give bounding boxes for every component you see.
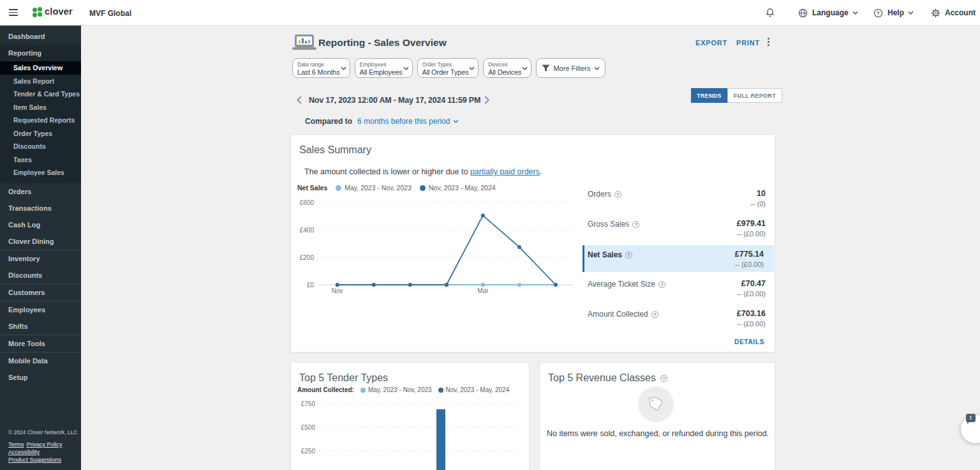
sidebar-item-dashboard[interactable]: Dashboard <box>0 28 81 45</box>
sales-summary-title: Sales Summary <box>299 144 371 156</box>
top-bar: clover MVF Global Language ? Help <box>0 0 980 26</box>
sidebar-item-clover-dining[interactable]: Clover Dining <box>0 233 81 250</box>
legend-label: May, 2023 - Nov, 2023 <box>345 184 412 192</box>
filter-label: Date range <box>297 61 340 68</box>
metric-orders[interactable]: Orders ?10-- (0) <box>578 189 776 217</box>
product-suggestions-link[interactable]: Product Suggestions <box>8 457 61 463</box>
prev-period-chevron[interactable] <box>296 96 302 104</box>
help-tooltip-icon[interactable]: ? <box>632 221 639 228</box>
sidebar-item-sales-report[interactable]: Sales Report <box>0 75 81 88</box>
help-tooltip-icon[interactable]: ? <box>625 252 632 259</box>
main-content: Reporting - Sales Overview EXPORT PRINT … <box>81 26 980 470</box>
metric-gross-sales[interactable]: Gross Sales ?£979.41-- (£0.00) <box>578 219 776 247</box>
filter-employees[interactable]: EmployeesAll Employees <box>355 58 413 78</box>
sidebar-nav: DashboardReportingSales OverviewSales Re… <box>0 26 81 386</box>
filter-date-range[interactable]: Date rangeLast 6 Months <box>292 58 350 78</box>
sidebar-item-cash-log[interactable]: Cash Log <box>0 216 81 233</box>
gear-icon <box>930 8 941 19</box>
legend-entry-curr: Nov, 2023 - May, 2024 <box>438 386 510 393</box>
trends-tab[interactable]: TRENDS <box>691 88 727 103</box>
sidebar-item-sales-overview[interactable]: Sales Overview <box>0 61 81 75</box>
sidebar: DashboardReportingSales OverviewSales Re… <box>0 26 81 470</box>
sidebar-item-employees[interactable]: Employees <box>0 301 81 318</box>
details-link[interactable]: DETAILS <box>734 338 764 345</box>
full-report-tab[interactable]: FULL REPORT <box>727 88 782 103</box>
terms-link[interactable]: Terms <box>8 441 24 448</box>
legend-entry-prev: May, 2023 - Nov, 2023 <box>360 386 432 393</box>
print-button[interactable]: PRINT <box>736 39 760 47</box>
more-options-icon[interactable] <box>764 38 773 47</box>
revenue-classes-card: Top 5 Revenue Classes ? No items were so… <box>539 362 775 470</box>
sidebar-item-tender-card-types[interactable]: Tender & Card Types <box>0 87 81 101</box>
feedback-bubble-icon: ! <box>966 414 976 422</box>
date-range-text: Nov 17, 2023 12:00 AM - May 17, 2024 11:… <box>309 96 480 105</box>
sidebar-item-inventory[interactable]: Inventory <box>0 250 81 267</box>
reporting-icon <box>292 34 316 51</box>
svg-text:£250: £250 <box>301 448 316 455</box>
chevron-down-icon <box>469 66 475 70</box>
legend-series-name: Amount Collected: <box>297 386 354 393</box>
sidebar-item-shifts[interactable]: Shifts <box>0 318 81 335</box>
sidebar-item-transactions[interactable]: Transactions <box>0 200 81 216</box>
revenue-classes-title: Top 5 Revenue Classes ? <box>548 372 667 384</box>
metric-value: 10 <box>757 189 766 198</box>
metric-comparison: -- (£0.00) <box>737 320 766 328</box>
sidebar-item-customers[interactable]: Customers <box>0 284 81 301</box>
clover-logo[interactable]: clover <box>33 6 73 17</box>
legend-entry-prev: May, 2023 - Nov, 2023 <box>336 184 412 192</box>
legend-dot <box>438 388 443 393</box>
filter-label: Employees <box>360 61 403 68</box>
sidebar-item-requested-reports[interactable]: Requested Reports <box>0 114 81 127</box>
sales-summary-note: The amount collected is lower or higher … <box>304 167 542 176</box>
filter-order-types[interactable]: Order TypesAll Order Types <box>417 58 479 78</box>
compared-to-select[interactable]: 6 months before this period <box>357 117 459 126</box>
chevron-down-icon <box>908 11 914 15</box>
help-tooltip-icon[interactable]: ? <box>658 281 665 288</box>
filter-devices[interactable]: DevicesAll Devices <box>483 58 531 78</box>
help-tooltip-icon[interactable]: ? <box>614 191 621 198</box>
metric-value: £703.16 <box>737 309 766 318</box>
filter-value: All Devices <box>488 68 521 76</box>
sidebar-item-item-sales[interactable]: Item Sales <box>0 101 81 114</box>
notifications-bell-icon[interactable] <box>764 6 776 22</box>
metric-label: Average Ticket Size ? <box>588 280 665 289</box>
account-menu[interactable]: Account <box>930 0 980 26</box>
metric-average-ticket-size[interactable]: Average Ticket Size ?£70.47-- (£0.00) <box>578 279 776 307</box>
language-menu[interactable]: Language <box>798 0 858 26</box>
chevron-down-icon <box>341 66 346 70</box>
clover-logo-text: clover <box>45 6 73 17</box>
svg-text:£0: £0 <box>307 282 315 289</box>
help-label: Help <box>887 8 904 17</box>
sidebar-item-orders[interactable]: Orders <box>0 183 81 200</box>
help-tooltip-icon[interactable]: ? <box>651 311 658 318</box>
chevron-down-icon <box>403 66 409 70</box>
filter-value: All Order Types <box>422 68 469 76</box>
hamburger-menu-icon[interactable] <box>9 9 18 16</box>
metric-net-sales[interactable]: Net Sales ?£775.14-- (£0.00) <box>583 245 774 272</box>
sidebar-item-discounts[interactable]: Discounts <box>0 140 81 153</box>
accessibility-link[interactable]: Accessibility <box>8 449 40 455</box>
partially-paid-orders-link[interactable]: partially paid orders <box>470 167 540 176</box>
sidebar-item-more-tools[interactable]: More Tools <box>0 335 81 352</box>
tender-types-title: Top 5 Tender Types <box>299 372 388 384</box>
sidebar-item-taxes[interactable]: Taxes <box>0 153 81 167</box>
sidebar-item-employee-sales[interactable]: Employee Sales <box>0 166 81 183</box>
sidebar-item-setup[interactable]: Setup <box>0 369 81 386</box>
more-filters-button[interactable]: More Filters <box>536 58 605 78</box>
empty-state-circle <box>638 386 674 422</box>
metric-amount-collected[interactable]: Amount Collected ?£703.16-- (£0.00) <box>578 309 776 337</box>
next-period-chevron[interactable] <box>484 96 490 104</box>
help-menu[interactable]: ? Help <box>873 0 914 26</box>
sidebar-item-discounts[interactable]: Discounts <box>0 267 81 284</box>
sidebar-item-mobile-data[interactable]: Mobile Data <box>0 352 81 369</box>
sidebar-item-order-types[interactable]: Order Types <box>0 127 81 140</box>
legend-label: Nov, 2023 - May, 2024 <box>446 386 510 393</box>
export-button[interactable]: EXPORT <box>695 39 727 47</box>
privacy-policy-link[interactable]: Privacy Policy <box>27 441 63 448</box>
metric-value: £70.47 <box>741 279 766 288</box>
metric-comparison: -- (£0.00) <box>737 230 766 238</box>
tag-icon <box>644 393 667 416</box>
help-tooltip-icon[interactable]: ? <box>660 375 667 382</box>
sidebar-item-reporting[interactable]: Reporting <box>0 45 81 61</box>
legend-label: May, 2023 - Nov, 2023 <box>368 386 432 393</box>
